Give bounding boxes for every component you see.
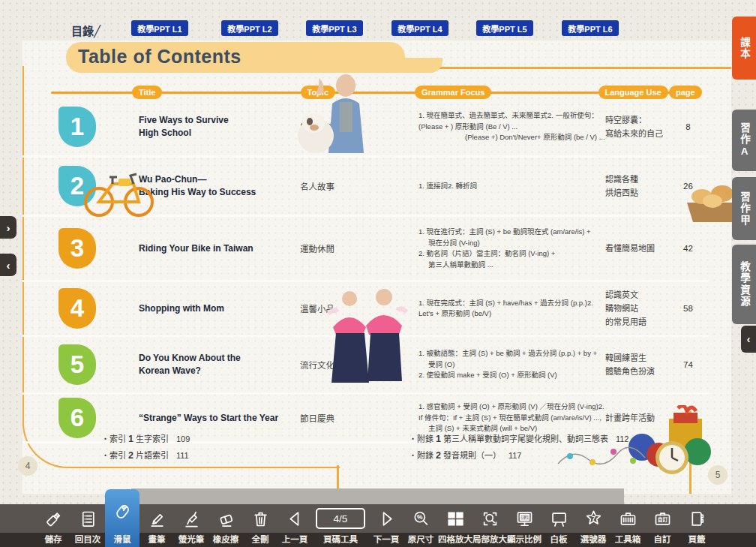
toolbar-page-indicator-button[interactable]: 4/5頁碼工具 [312, 504, 369, 547]
sidebar-tab-1[interactable]: 課本 [732, 17, 756, 80]
lesson-language-use: 認識各種烘焙西點 [605, 173, 671, 200]
pen-icon [140, 504, 174, 533]
index-entry[interactable]: ・索引2片語索引111 [101, 447, 190, 464]
toolbar-trash-button[interactable]: 全刪 [243, 504, 278, 547]
toc-page-icon [70, 504, 105, 533]
svg-text:%: % [417, 513, 423, 521]
page-number-left: 4 [18, 456, 38, 476]
lesson-number-badge: 6 [58, 398, 96, 438]
title-highlight-tail [382, 58, 442, 73]
lesson-grammar-focus: 1. 現在簡單式、過去簡單式、未來簡單式2. 一般祈使句：(Please + )… [418, 110, 605, 143]
lesson-row-1[interactable]: 1Five Ways to SurviveHigh School校園生活1. 現… [22, 98, 709, 158]
whiteboard-icon [542, 504, 576, 533]
lesson-row-5[interactable]: 5Do You Know About theKorean Wave?流行文化1.… [22, 337, 709, 395]
toolbar-highlighter-button[interactable]: 螢光筆 [174, 504, 208, 547]
ppt-button-l2[interactable]: 教學PPT L2 [221, 20, 278, 36]
toolbar-pen-button[interactable]: 畫筆 [140, 504, 174, 547]
lesson-grammar-focus: 1. 連接詞2. 轉折詞 [418, 181, 605, 192]
toolbar-whiteboard-button[interactable]: 白板 [542, 504, 576, 547]
toolbar-zoom-percent-button[interactable]: %原尺寸 [404, 504, 438, 547]
lesson-row-3[interactable]: 3Riding Your Bike in Taiwan運動休閒1. 現在進行式：… [22, 217, 709, 282]
toolbar-bookmark-tabs-button[interactable]: 頁籤 [680, 504, 714, 547]
usb-save-icon [36, 504, 70, 533]
panel-prev-button[interactable]: ‹ [0, 254, 16, 276]
ppt-button-l6[interactable]: 教學PPT L6 [562, 20, 619, 36]
ppt-button-l3[interactable]: 教學PPT L3 [306, 20, 363, 36]
toolbar-number-picker-button[interactable]: 7選號器 [576, 504, 610, 547]
toolbar-label: 自訂 [654, 533, 671, 547]
lesson-title: Shopping with Mom [139, 302, 300, 315]
toolbar-label: 滑鼠 [114, 533, 131, 547]
toolbar-label: 下一頁 [374, 533, 400, 547]
lesson-grammar-focus: 1. 現在完成式：主詞 (S) + have/has + 過去分詞 (p.p.)… [418, 298, 605, 320]
lesson-title: Wu Pao-Chun—Baking His Way to Success [139, 173, 300, 199]
toolbar-toc-page-button[interactable]: 回目次 [70, 504, 105, 547]
arrow-left-icon [278, 504, 312, 533]
toolbar-mouse-button[interactable]: 滑鼠 [105, 489, 140, 547]
toolbar-label: 選號器 [580, 533, 607, 547]
sidebar-collapse-button[interactable]: ‹ [741, 326, 756, 353]
toolbar-label: 原尺寸 [408, 533, 434, 547]
panel-next-button[interactable]: › [0, 216, 16, 239]
lesson-topic: 運動休閒 [300, 242, 418, 254]
lesson-page-number: 26 [671, 182, 705, 191]
custom-toolbox-icon: 自訂 [645, 504, 680, 533]
ebook-reader-window: 目錄╱ 教學PPT L1教學PPT L2教學PPT L3教學PPT L4教學PP… [0, 0, 756, 547]
column-header-page: page [669, 86, 702, 99]
toolbar-quad-zoom-button[interactable]: 四格放大 [438, 504, 472, 547]
column-header-topic: Topic [301, 86, 336, 99]
toolbar-label: 全刪 [252, 533, 269, 547]
toolbar-label: 白板 [550, 533, 568, 547]
index-entry[interactable]: ・附錄1第三人稱單數動詞字尾變化規則、動詞三態表112 [409, 431, 629, 447]
toolbar-region-zoom-button[interactable]: 局部放大 [472, 504, 507, 547]
sidebar-tab-2[interactable]: 習作A [732, 110, 756, 171]
lesson-grammar-focus: 1. 被動語態：主詞 (S) + be 動詞 + 過去分詞 (p.p.) + b… [418, 348, 605, 381]
toolbar-label: 四格放大 [438, 533, 472, 547]
mouse-icon [105, 489, 140, 533]
toolbar-display-ratio-button[interactable]: 固定顯示比例 [507, 504, 542, 547]
toolbar-tray [131, 488, 624, 504]
page-indicator-box: 4/5 [312, 504, 369, 533]
lesson-page-number: 42 [671, 244, 705, 253]
toolbar-label: 畫筆 [148, 533, 166, 547]
index-list-left: ・索引1生字索引109・索引2片語索引111 [101, 431, 190, 464]
svg-text:固定: 固定 [520, 513, 530, 520]
ppt-button-l4[interactable]: 教學PPT L4 [392, 20, 448, 36]
toolbar-label: 螢光筆 [178, 533, 205, 547]
lesson-topic: 溫馨小品 [300, 302, 418, 314]
index-entry[interactable]: ・附錄2發音規則（一）117 [409, 447, 629, 464]
lesson-language-use: 看懂簡易地圖 [605, 242, 671, 255]
lesson-number-badge: 5 [58, 344, 96, 385]
lesson-topic: 名人故事 [300, 180, 418, 192]
lesson-row-2[interactable]: 2Wu Pao-Chun—Baking His Way to Success名人… [22, 158, 709, 217]
toolbar-arrow-left-button[interactable]: 上一頁 [278, 504, 312, 547]
lesson-topic: 節日慶典 [300, 412, 418, 424]
ppt-button-l5[interactable]: 教學PPT L5 [476, 20, 533, 36]
lesson-title: Riding Your Bike in Taiwan [139, 242, 300, 255]
svg-text:7: 7 [591, 514, 595, 521]
lesson-row-4[interactable]: 4Shopping with Mom溫馨小品1. 現在完成式：主詞 (S) + … [22, 282, 709, 337]
lesson-topic: 流行文化 [300, 359, 418, 371]
lesson-table: 1Five Ways to SurviveHigh School校園生活1. 現… [22, 98, 709, 443]
sidebar-tab-4[interactable]: 教學資源 [732, 245, 756, 324]
ppt-button-l1[interactable]: 教學PPT L1 [131, 20, 188, 36]
toolbar-usb-save-button[interactable]: 儲存 [36, 504, 70, 547]
toolbar-custom-toolbox-button[interactable]: 自訂自訂 [645, 504, 680, 547]
toolbar-toolbox-button[interactable]: 工具箱 [610, 504, 645, 547]
toolbar-label: 頁籤 [688, 533, 706, 547]
toolbar-label: 工具箱 [615, 533, 641, 547]
arrow-right-icon [369, 504, 404, 533]
lesson-language-use: 時空膠囊：寫給未來的自己 [605, 113, 671, 140]
page-number-right: 5 [708, 465, 728, 485]
lesson-number-badge: 2 [58, 166, 96, 206]
index-entry[interactable]: ・索引1生字索引109 [101, 431, 190, 447]
toolbar-arrow-right-button[interactable]: 下一頁 [369, 504, 404, 547]
toolbar-label: 上一頁 [282, 533, 308, 547]
lesson-page-number: 92 [671, 413, 705, 422]
lesson-title: Do You Know About theKorean Wave? [139, 352, 300, 377]
sidebar-tab-3[interactable]: 習作甲 [732, 177, 756, 240]
lesson-number-badge: 1 [58, 107, 96, 147]
lesson-language-use: 認識英文購物網站的常見用語 [605, 288, 671, 329]
toolbar-eraser-button[interactable]: 橡皮擦 [208, 504, 243, 547]
page-title: Table of Contents [78, 46, 242, 68]
